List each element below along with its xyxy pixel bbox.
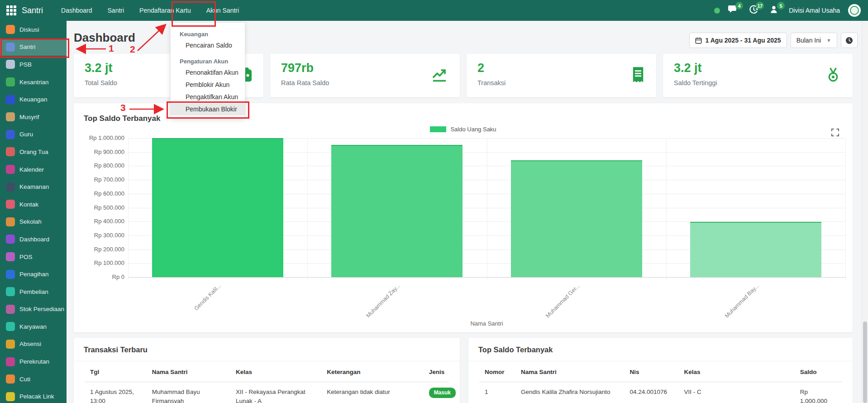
sidebar-item-kesantrian[interactable]: Kesantrian (0, 73, 67, 91)
sidebar-item-label: Absensi (19, 341, 41, 347)
sidebar-item-psb[interactable]: PSB (0, 56, 67, 73)
nav-item-dashboard[interactable]: Dashboard (61, 7, 92, 14)
notification-count: 17 (756, 2, 764, 10)
orang-tua-icon (6, 147, 15, 156)
column-header-nama-santri: Nama Santri (147, 362, 230, 382)
pembelian-icon (6, 287, 15, 296)
chart-bar-muhammad-bay[interactable] (690, 222, 821, 277)
sidebar-item-label: Sekolah (19, 218, 42, 225)
sidebar-item-pos[interactable]: POS (0, 248, 67, 266)
dashboard-icon (6, 235, 15, 244)
table-cell: Keterangan tidak diatur (321, 382, 423, 403)
sidebar-item-label: Penagihan (19, 271, 49, 278)
transactions-card: Transaksi Terbaru TglNama SantriKelasKet… (74, 338, 460, 403)
history-clock-button[interactable]: 17 (749, 5, 760, 16)
stat-label: Saldo Tertinggi (674, 79, 842, 86)
stok-persediaan-icon (6, 305, 15, 314)
gridline-x (128, 138, 129, 280)
medal-icon (825, 67, 841, 85)
fullscreen-icon[interactable] (831, 129, 839, 138)
dropdown-item-penonaktifan-akun[interactable]: Penonaktifan Akun (171, 67, 245, 79)
sidebar-item-kalender[interactable]: Kalender (0, 161, 67, 178)
column-header-jenis: Jenis (424, 362, 449, 382)
sidebar-item-label: Keamanan (19, 183, 49, 190)
column-header-saldo: Saldo (795, 362, 842, 382)
sidebar-item-label: Kontak (19, 201, 38, 208)
chat-button[interactable]: 4 (728, 5, 739, 16)
scrollbar-thumb[interactable] (863, 321, 867, 403)
pelacak-link-icon (6, 392, 15, 401)
dropdown-item-pencairan-saldo[interactable]: Pencairan Saldo (171, 39, 245, 52)
y-axis-tick-label: Rp 700.000 (75, 176, 124, 183)
dropdown-item-pembukaan-blokir[interactable]: Pembukaan Blokir (171, 103, 245, 115)
period-select[interactable]: Bulan Ini ▼ (791, 33, 837, 48)
sidebar-item-absensi[interactable]: Absensi (0, 336, 67, 353)
notification-count: 5 (777, 2, 785, 10)
table-row: 1 Agustus 2025, 13:00Muhammad Bayu Firma… (85, 382, 449, 403)
date-range-button[interactable]: 1 Agu 2025 - 31 Agu 2025 (689, 33, 787, 48)
app-screen: Santri DashboardSantriPendaftaran KartuA… (0, 0, 868, 403)
chart-bar-muhammad-ger[interactable] (511, 160, 642, 277)
history-button[interactable] (841, 33, 858, 48)
navbar-menu: DashboardSantriPendaftaran KartuAkun San… (61, 7, 239, 14)
dropdown-item-pengaktifkan-akun[interactable]: Pengaktifkan Akun (171, 91, 245, 103)
sidebar-item-pembelian[interactable]: Pembelian (0, 283, 67, 301)
table-cell: 1 (479, 382, 515, 403)
column-header-nis: Nis (624, 362, 678, 382)
sidebar-item-label: PSB (19, 61, 32, 68)
sidebar-item-musyrif[interactable]: Musyrif (0, 108, 67, 126)
sidebar-item-keuangan[interactable]: Keuangan (0, 91, 67, 108)
chart-title: Top Saldo Terbanyak (84, 114, 160, 123)
status-badge: Masuk (429, 388, 456, 398)
sidebar-item-santri[interactable]: Santri (0, 38, 67, 56)
top-saldo-card: Top Saldo Terbanyak NomorNama SantriNisK… (468, 338, 853, 403)
sidebar-item-label: Keuangan (19, 96, 48, 103)
sidebar-item-stok-persediaan[interactable]: Stok Persediaan (0, 301, 67, 318)
chart-bar-gendis-kalil[interactable] (152, 138, 283, 277)
top-navbar: Santri DashboardSantriPendaftaran KartuA… (0, 0, 868, 21)
y-axis-tick-label: Rp 900.000 (75, 149, 124, 155)
sidebar-item-perekrutan[interactable]: Perekrutan (0, 353, 67, 370)
sidebar-item-dashboard[interactable]: Dashboard (0, 230, 67, 248)
pos-icon (6, 252, 15, 261)
sidebar-item-label: Pembelian (19, 288, 48, 295)
user-name[interactable]: Divisi Amal Usaha (789, 7, 840, 14)
sidebar-item-label: Diskusi (19, 26, 39, 33)
nav-item-santri[interactable]: Santri (108, 7, 124, 14)
brand-title[interactable]: Santri (22, 6, 43, 15)
sidebar-item-sekolah[interactable]: Sekolah (0, 213, 67, 231)
apps-grid-icon[interactable] (6, 5, 16, 15)
legend-item[interactable]: Saldo Uang Saku (74, 126, 853, 133)
sidebar-item-karyawan[interactable]: Karyawan (0, 318, 67, 336)
x-axis-category-label: Muhammad Ger... (529, 283, 581, 335)
top-saldo-title: Top Saldo Terbanyak (468, 338, 853, 361)
sidebar-item-label: Kalender (19, 166, 44, 173)
sidebar-item-orang-tua[interactable]: Orang Tua (0, 143, 67, 161)
y-axis-tick-label: Rp 100.000 (75, 259, 124, 266)
kontak-icon (6, 200, 15, 209)
dropdown-item-pemblokir-akun[interactable]: Pemblokir Akun (171, 79, 245, 91)
table-header-row: TglNama SantriKelasKeteranganJenis (85, 362, 449, 382)
column-header-kelas: Kelas (679, 362, 795, 382)
nav-item-akun-santri[interactable]: Akun Santri (206, 7, 239, 14)
sidebar-item-kontak[interactable]: Kontak (0, 196, 67, 213)
sidebar-item-penagihan[interactable]: Penagihan (0, 265, 67, 283)
kesantrian-icon (6, 77, 15, 86)
stat-value: 2 (477, 61, 645, 75)
avatar[interactable] (848, 4, 861, 17)
nav-item-pendaftaran-kartu[interactable]: Pendaftaran Kartu (139, 7, 191, 14)
date-range-label: 1 Agu 2025 - 31 Agu 2025 (706, 37, 781, 44)
column-header-nomor: Nomor (479, 362, 515, 382)
sidebar-item-pelacak-link[interactable]: Pelacak Link (0, 388, 67, 403)
chart-bar-muhammad-zay[interactable] (331, 145, 463, 277)
sidebar-item-label: Karyawan (19, 323, 47, 330)
stat-value: 797rb (281, 61, 449, 75)
sidebar-item-diskusi[interactable]: Diskusi (0, 21, 67, 38)
gridline-x (845, 138, 846, 280)
sidebar-item-guru[interactable]: Guru (0, 126, 67, 144)
user-clock-button[interactable]: 5 (770, 5, 781, 16)
sidebar-item-label: Kesantrian (19, 79, 49, 86)
top-saldo-table: NomorNama SantriNisKelasSaldo1Gendis Kal… (479, 362, 842, 403)
sidebar-item-keamanan[interactable]: Keamanan (0, 178, 67, 196)
sidebar-item-cuti[interactable]: Cuti (0, 370, 67, 388)
